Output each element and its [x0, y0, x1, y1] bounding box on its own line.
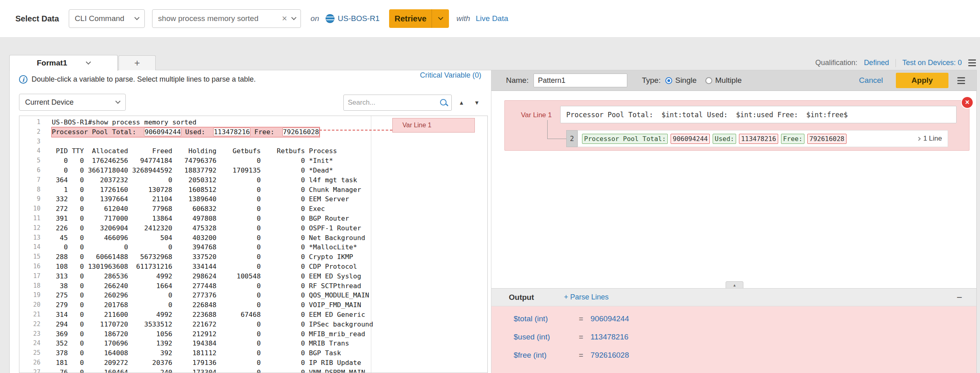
matched-variable[interactable]: 906094244 [144, 128, 181, 136]
code-line[interactable]: 15 288 0 60661488 56732968 337520 0 0 Cr… [19, 252, 487, 262]
code-line[interactable]: 8 1 0 1726160 130728 1608512 0 0 Chunk M… [19, 185, 487, 195]
code-line[interactable]: 22 294 0 1170720 3533512 221672 0 0 IPSe… [19, 320, 487, 329]
code-line[interactable]: 23 369 0 186720 1056 212912 0 0 MFIB_mri… [19, 329, 487, 339]
code-line[interactable]: 21 314 0 211600 4992 223688 67468 0 EEM … [19, 310, 487, 320]
tab-band: Format1 + Qualification: Defined Test on… [9, 55, 977, 70]
radio-single[interactable] [665, 77, 672, 84]
code-line[interactable]: 5 0 0 176246256 94774184 74796376 0 0 *I… [19, 156, 487, 166]
code-line[interactable]: 17 313 0 286536 4992 298624 100548 0 EEM… [19, 272, 487, 281]
code-line[interactable]: 18 38 0 266240 1664 277448 0 0 RF SCTPth… [19, 281, 487, 291]
match-line-number: 2 [566, 130, 578, 147]
editor-lines: 1US-BOS-R1#show process memory sorted2Pr… [19, 118, 487, 373]
data-type-select[interactable]: CLI Command [69, 9, 145, 28]
parse-lines-button[interactable]: + Parse Lines [564, 293, 609, 301]
line-count[interactable]: 1 Line [917, 135, 942, 143]
line-text: US-BOS-R1#show process memory sorted [52, 118, 197, 127]
code-line[interactable]: 4 PID TTY Allocated Freed Holding Getbuf… [19, 146, 487, 156]
tab-format1[interactable]: Format1 [9, 55, 118, 71]
pattern-input[interactable] [560, 106, 957, 123]
radio-multiple[interactable] [705, 77, 712, 84]
line-number: 27 [19, 368, 47, 373]
match-variable[interactable]: 792616028 [807, 134, 847, 144]
line-number: 25 [19, 348, 47, 358]
apply-button[interactable]: Apply [896, 73, 948, 88]
code-line[interactable]: 10 272 0 612040 77968 606832 0 0 Exec [19, 204, 487, 214]
match-static[interactable]: Processor Pool Total: [582, 134, 668, 144]
line-text: 279 0 201768 0 226848 0 0 VOIP_FMD_MAIN [52, 300, 361, 310]
collapse-icon: ▴ [733, 282, 736, 288]
command-combobox[interactable]: show process memory sorted × [152, 9, 301, 28]
chevron-right-icon [917, 137, 921, 141]
qualification-value-link[interactable]: Defined [864, 59, 889, 67]
code-line[interactable]: 16 108 0 1301963608 611731216 334144 0 0… [19, 262, 487, 272]
match-static[interactable]: Free: [781, 134, 804, 144]
line-number: 11 [19, 214, 47, 223]
menu-icon[interactable] [968, 59, 976, 66]
line-text: 0 0 3661718040 3268944592 18837792 17091… [52, 166, 333, 175]
device-scope-value: Current Device [25, 98, 74, 107]
pattern-menu-icon[interactable] [957, 77, 965, 84]
search-prev-button[interactable]: ▲ [455, 95, 468, 110]
search-icon[interactable] [439, 98, 448, 107]
minimize-icon[interactable]: − [957, 293, 962, 302]
var-line-tag[interactable]: Var Line 1 [392, 118, 475, 133]
pattern-name-input[interactable] [533, 74, 627, 87]
pattern-panel: × Var Line 1 2 Processor Pool Total:9060… [504, 100, 969, 151]
line-text: 272 0 612040 77968 606832 0 0 Exec [52, 204, 325, 214]
collapse-handle[interactable]: ▴ [726, 281, 743, 288]
code-line[interactable]: 12 226 0 3206904 2412320 475328 0 0 OSPF… [19, 223, 487, 233]
code-line[interactable]: 7 364 0 2037232 0 2050312 0 0 l4f mgt ta… [19, 175, 487, 185]
clear-icon[interactable]: × [282, 14, 287, 23]
search-input[interactable] [348, 99, 439, 107]
hint-row: i Double-click a variable to parse. Sele… [19, 75, 484, 84]
code-line[interactable]: 14 0 0 0 0 394768 0 0 *MallocLite* [19, 242, 487, 252]
line-number: 12 [19, 223, 47, 233]
match-static[interactable]: Used: [713, 134, 736, 144]
radio-single-label: Single [675, 76, 696, 85]
code-line[interactable]: 20 279 0 201768 0 226848 0 0 VOIP_FMD_MA… [19, 300, 487, 310]
search-next-button[interactable]: ▼ [470, 95, 484, 110]
device-scope-select[interactable]: Current Device [19, 94, 126, 111]
output-header: Output + Parse Lines − [491, 288, 976, 306]
line-number: 23 [19, 329, 47, 339]
line-text: 275 0 260296 0 277376 0 0 QOS_MODULE_MAI… [52, 291, 369, 300]
code-line[interactable]: 13 45 0 466096 504 403200 0 0 Net Backgr… [19, 233, 487, 243]
code-editor[interactable]: 1US-BOS-R1#show process memory sorted2Pr… [19, 116, 488, 373]
critical-variable-link[interactable]: Critical Variable (0) [420, 71, 481, 80]
line-number: 19 [19, 291, 47, 300]
info-icon: i [19, 75, 28, 84]
line-text: 314 0 211600 4992 223688 67468 0 EEM ED … [52, 310, 365, 320]
add-tab-button[interactable]: + [119, 55, 156, 70]
match-variable[interactable]: 113478216 [739, 134, 778, 144]
code-line[interactable]: 19 275 0 260296 0 277376 0 0 QOS_MODULE_… [19, 291, 487, 300]
close-icon[interactable]: × [962, 97, 973, 108]
retrieve-dropdown-button[interactable] [432, 9, 449, 28]
line-text: 364 0 2037232 0 2050312 0 0 l4f mgt task [52, 175, 357, 185]
code-line[interactable]: 26 181 0 209272 20376 179136 0 0 IP RIB … [19, 358, 487, 368]
line-number: 18 [19, 281, 47, 291]
cancel-button[interactable]: Cancel [859, 76, 883, 85]
output-variable-value: 906094244 [591, 314, 629, 323]
code-line[interactable]: 25 378 0 164008 392 181112 0 0 BGP Task [19, 348, 487, 358]
matched-variable[interactable]: 792616028 [282, 128, 319, 136]
code-line[interactable]: 9 332 0 1397664 21104 1389640 0 0 EEM Se… [19, 194, 487, 204]
data-type-value: CLI Command [75, 14, 125, 23]
code-line[interactable]: 11 391 0 717000 13864 497808 0 0 BGP Rou… [19, 214, 487, 223]
device-icon [326, 14, 334, 23]
matched-variable[interactable]: 113478216 [213, 128, 250, 136]
code-line[interactable]: 24 352 0 170696 1392 194384 0 0 MRIB Tra… [19, 339, 487, 348]
test-on-devices-link[interactable]: Test on Devices: 0 [902, 59, 962, 67]
live-data-link[interactable]: Live Data [476, 14, 508, 23]
var-line-label: Var Line 1 [521, 111, 552, 119]
code-line[interactable]: 6 0 0 3661718040 3268944592 18837792 170… [19, 166, 487, 175]
match-variable[interactable]: 906094244 [671, 134, 710, 144]
line-number: 15 [19, 252, 47, 262]
chevron-down-icon[interactable] [291, 15, 296, 20]
retrieve-button[interactable]: Retrieve [389, 9, 432, 28]
highlighted-line[interactable]: Processor Pool Total: 906094244 Used: 11… [52, 127, 320, 137]
device-link[interactable]: US-BOS-R1 [338, 14, 379, 23]
code-line[interactable]: 27 76 0 160464 240 173304 0 0 VNM_DSPRM_… [19, 368, 487, 373]
code-line[interactable]: 3 [19, 137, 487, 147]
static-text: Free: [250, 128, 282, 136]
divider [895, 59, 896, 67]
